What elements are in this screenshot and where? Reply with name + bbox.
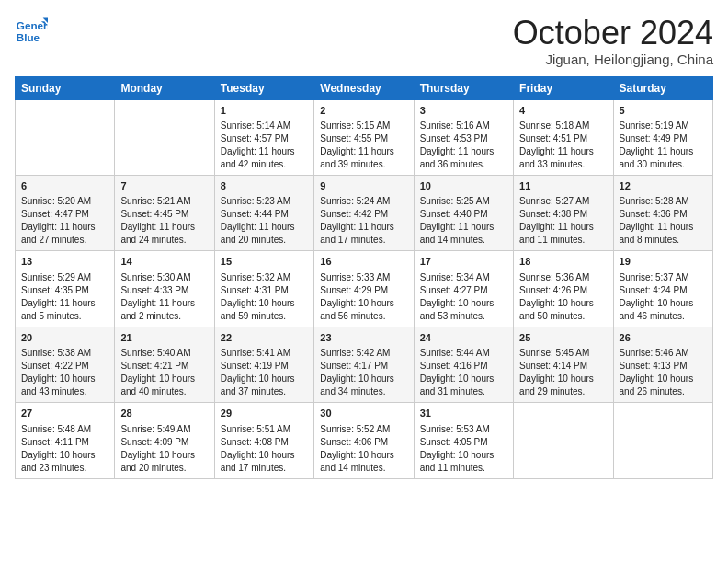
week-row-2: 6Sunrise: 5:20 AMSunset: 4:47 PMDaylight… [16,175,713,250]
day-info: Sunrise: 5:34 AMSunset: 4:27 PMDaylight:… [420,272,495,321]
day-info: Sunrise: 5:45 AMSunset: 4:14 PMDaylight:… [519,348,594,396]
day-number: 15 [221,255,308,269]
day-cell: 21Sunrise: 5:40 AMSunset: 4:21 PMDayligh… [115,327,214,402]
day-cell: 9Sunrise: 5:24 AMSunset: 4:42 PMDaylight… [314,175,414,250]
day-number: 18 [519,255,607,269]
day-number: 22 [221,331,308,345]
header-cell-wednesday: Wednesday [314,76,414,99]
day-cell: 22Sunrise: 5:41 AMSunset: 4:19 PMDayligh… [214,327,313,402]
week-row-3: 13Sunrise: 5:29 AMSunset: 4:35 PMDayligh… [16,251,713,327]
day-cell: 14Sunrise: 5:30 AMSunset: 4:33 PMDayligh… [115,251,214,327]
day-number: 19 [620,255,707,269]
day-cell [16,99,115,175]
day-number: 12 [620,179,707,193]
day-cell: 2Sunrise: 5:15 AMSunset: 4:55 PMDaylight… [314,99,414,175]
logo: General Blue [15,15,48,48]
day-cell: 26Sunrise: 5:46 AMSunset: 4:13 PMDayligh… [613,327,712,402]
day-info: Sunrise: 5:36 AMSunset: 4:26 PMDaylight:… [519,272,594,321]
day-number: 26 [620,331,707,345]
day-cell [115,99,214,175]
day-cell: 5Sunrise: 5:19 AMSunset: 4:49 PMDaylight… [613,99,712,175]
day-info: Sunrise: 5:41 AMSunset: 4:19 PMDaylight:… [221,348,295,396]
day-cell: 11Sunrise: 5:27 AMSunset: 4:38 PMDayligh… [514,175,613,250]
day-number: 5 [620,104,707,118]
week-row-1: 1Sunrise: 5:14 AMSunset: 4:57 PMDaylight… [16,99,713,175]
svg-text:Blue: Blue [17,31,40,43]
day-info: Sunrise: 5:16 AMSunset: 4:53 PMDaylight:… [420,121,495,169]
day-cell: 18Sunrise: 5:36 AMSunset: 4:26 PMDayligh… [514,251,613,327]
day-info: Sunrise: 5:14 AMSunset: 4:57 PMDaylight:… [221,121,295,169]
day-info: Sunrise: 5:18 AMSunset: 4:51 PMDaylight:… [519,121,594,169]
day-cell: 28Sunrise: 5:49 AMSunset: 4:09 PMDayligh… [115,403,214,478]
day-cell: 19Sunrise: 5:37 AMSunset: 4:24 PMDayligh… [613,251,712,327]
header-cell-thursday: Thursday [414,76,513,99]
day-info: Sunrise: 5:53 AMSunset: 4:05 PMDaylight:… [420,424,495,473]
day-cell: 7Sunrise: 5:21 AMSunset: 4:45 PMDaylight… [115,175,214,250]
day-number: 6 [21,179,108,193]
day-info: Sunrise: 5:32 AMSunset: 4:31 PMDaylight:… [221,272,295,321]
day-info: Sunrise: 5:23 AMSunset: 4:44 PMDaylight:… [221,196,295,245]
day-number: 10 [420,179,507,193]
day-cell: 24Sunrise: 5:44 AMSunset: 4:16 PMDayligh… [414,327,513,402]
day-cell: 15Sunrise: 5:32 AMSunset: 4:31 PMDayligh… [214,251,313,327]
day-number: 29 [221,407,308,420]
day-cell: 20Sunrise: 5:38 AMSunset: 4:22 PMDayligh… [16,327,115,402]
day-cell: 31Sunrise: 5:53 AMSunset: 4:05 PMDayligh… [414,403,513,478]
day-info: Sunrise: 5:46 AMSunset: 4:13 PMDaylight:… [620,348,694,396]
calendar-table: SundayMondayTuesdayWednesdayThursdayFrid… [15,76,713,479]
day-number: 8 [221,179,308,193]
day-info: Sunrise: 5:15 AMSunset: 4:55 PMDaylight:… [320,121,394,169]
day-number: 27 [21,407,108,420]
day-number: 24 [420,331,507,345]
day-number: 16 [320,255,407,269]
day-number: 21 [120,331,208,345]
day-number: 17 [420,255,507,269]
day-info: Sunrise: 5:30 AMSunset: 4:33 PMDaylight:… [120,272,195,321]
day-cell: 12Sunrise: 5:28 AMSunset: 4:36 PMDayligh… [613,175,712,250]
header-cell-friday: Friday [514,76,613,99]
day-info: Sunrise: 5:51 AMSunset: 4:08 PMDaylight:… [221,424,295,473]
svg-text:General: General [17,19,48,31]
day-info: Sunrise: 5:48 AMSunset: 4:11 PMDaylight:… [21,424,96,473]
header-row: SundayMondayTuesdayWednesdayThursdayFrid… [16,76,713,99]
day-number: 13 [21,255,108,269]
day-cell: 8Sunrise: 5:23 AMSunset: 4:44 PMDaylight… [214,175,313,250]
day-cell: 10Sunrise: 5:25 AMSunset: 4:40 PMDayligh… [414,175,513,250]
day-info: Sunrise: 5:44 AMSunset: 4:16 PMDaylight:… [420,348,495,396]
day-cell: 25Sunrise: 5:45 AMSunset: 4:14 PMDayligh… [514,327,613,402]
day-cell: 27Sunrise: 5:48 AMSunset: 4:11 PMDayligh… [16,403,115,478]
day-cell: 16Sunrise: 5:33 AMSunset: 4:29 PMDayligh… [314,251,414,327]
day-number: 9 [320,179,407,193]
day-info: Sunrise: 5:25 AMSunset: 4:40 PMDaylight:… [420,196,495,245]
day-number: 28 [120,407,208,420]
day-number: 14 [120,255,208,269]
header-cell-saturday: Saturday [613,76,712,99]
day-info: Sunrise: 5:40 AMSunset: 4:21 PMDaylight:… [120,348,195,396]
day-info: Sunrise: 5:29 AMSunset: 4:35 PMDaylight:… [21,272,96,321]
day-info: Sunrise: 5:21 AMSunset: 4:45 PMDaylight:… [120,196,195,245]
day-cell: 3Sunrise: 5:16 AMSunset: 4:53 PMDaylight… [414,99,513,175]
header-cell-sunday: Sunday [16,76,115,99]
day-info: Sunrise: 5:49 AMSunset: 4:09 PMDaylight:… [120,424,195,473]
day-cell: 29Sunrise: 5:51 AMSunset: 4:08 PMDayligh… [214,403,313,478]
day-info: Sunrise: 5:38 AMSunset: 4:22 PMDaylight:… [21,348,96,396]
day-cell [613,403,712,478]
day-number: 4 [519,104,607,118]
day-cell [514,403,613,478]
logo-icon: General Blue [15,15,48,48]
day-cell: 13Sunrise: 5:29 AMSunset: 4:35 PMDayligh… [16,251,115,327]
day-number: 31 [420,407,507,420]
day-number: 2 [320,104,407,118]
day-number: 3 [420,104,507,118]
day-cell: 17Sunrise: 5:34 AMSunset: 4:27 PMDayligh… [414,251,513,327]
day-cell: 1Sunrise: 5:14 AMSunset: 4:57 PMDaylight… [214,99,313,175]
day-cell: 30Sunrise: 5:52 AMSunset: 4:06 PMDayligh… [314,403,414,478]
header: General Blue October 2024 Jiguan, Heilon… [15,15,713,67]
day-info: Sunrise: 5:33 AMSunset: 4:29 PMDaylight:… [320,272,394,321]
day-info: Sunrise: 5:37 AMSunset: 4:24 PMDaylight:… [620,272,694,321]
week-row-4: 20Sunrise: 5:38 AMSunset: 4:22 PMDayligh… [16,327,713,402]
week-row-5: 27Sunrise: 5:48 AMSunset: 4:11 PMDayligh… [16,403,713,478]
day-cell: 6Sunrise: 5:20 AMSunset: 4:47 PMDaylight… [16,175,115,250]
day-number: 7 [120,179,208,193]
day-info: Sunrise: 5:20 AMSunset: 4:47 PMDaylight:… [21,196,96,245]
